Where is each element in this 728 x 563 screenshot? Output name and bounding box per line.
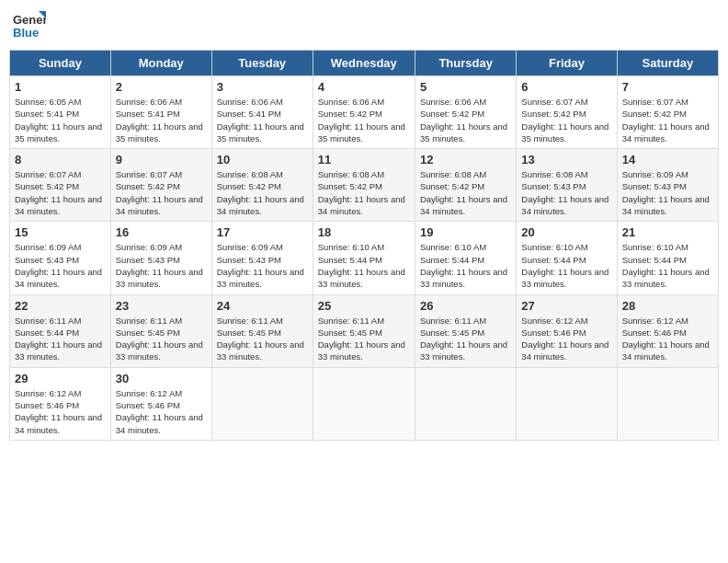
daylight-label: Daylight: 11 hours and 34 minutes. [15,194,102,216]
logo: General Blue [13,9,46,42]
calendar-cell: 20 Sunrise: 6:10 AM Sunset: 5:44 PM Dayl… [517,222,617,294]
calendar-cell: 9 Sunrise: 6:07 AM Sunset: 5:42 PM Dayli… [110,149,211,222]
sunrise-label: Sunrise: 6:08 AM [318,169,384,179]
day-info: Sunrise: 6:10 AM Sunset: 5:44 PM Dayligh… [521,241,611,290]
sunset-label: Sunset: 5:43 PM [217,255,281,265]
calendar-week-4: 22 Sunrise: 6:11 AM Sunset: 5:44 PM Dayl… [10,294,719,367]
sunrise-label: Sunrise: 6:10 AM [318,242,384,252]
calendar-week-1: 1 Sunrise: 6:05 AM Sunset: 5:41 PM Dayli… [10,76,719,149]
calendar-header-sunday: Sunday [10,51,111,76]
calendar-cell [415,367,516,440]
day-number: 4 [318,80,410,94]
day-number: 12 [420,153,511,167]
sunset-label: Sunset: 5:45 PM [217,327,281,338]
day-number: 28 [622,299,713,313]
calendar-week-2: 8 Sunrise: 6:07 AM Sunset: 5:42 PM Dayli… [10,149,719,222]
day-number: 6 [521,80,611,94]
calendar-table: SundayMondayTuesdayWednesdayThursdayFrid… [9,50,719,441]
daylight-label: Daylight: 11 hours and 34 minutes. [622,194,710,216]
day-number: 7 [622,80,713,94]
day-number: 1 [15,80,106,94]
sunset-label: Sunset: 5:42 PM [116,181,180,191]
daylight-label: Daylight: 11 hours and 33 minutes. [318,339,405,362]
sunrise-label: Sunrise: 6:08 AM [521,169,587,179]
day-number: 16 [116,225,207,239]
day-info: Sunrise: 6:10 AM Sunset: 5:44 PM Dayligh… [420,241,511,290]
sunrise-label: Sunrise: 6:11 AM [318,316,384,326]
sunrise-label: Sunrise: 6:10 AM [521,242,587,252]
sunset-label: Sunset: 5:41 PM [217,109,281,119]
day-number: 27 [521,299,611,313]
svg-text:General: General [13,13,46,27]
day-info: Sunrise: 6:11 AM Sunset: 5:44 PM Dayligh… [15,315,106,363]
day-info: Sunrise: 6:11 AM Sunset: 5:45 PM Dayligh… [217,315,308,363]
day-info: Sunrise: 6:06 AM Sunset: 5:42 PM Dayligh… [318,96,410,144]
day-info: Sunrise: 6:11 AM Sunset: 5:45 PM Dayligh… [420,315,511,363]
calendar-cell: 15 Sunrise: 6:09 AM Sunset: 5:43 PM Dayl… [10,222,111,294]
daylight-label: Daylight: 11 hours and 34 minutes. [116,194,203,216]
day-info: Sunrise: 6:11 AM Sunset: 5:45 PM Dayligh… [116,315,207,363]
sunset-label: Sunset: 5:43 PM [116,255,180,265]
sunrise-label: Sunrise: 6:07 AM [622,97,688,107]
day-number: 13 [521,153,611,167]
calendar-cell: 14 Sunrise: 6:09 AM Sunset: 5:43 PM Dayl… [617,149,718,222]
sunrise-label: Sunrise: 6:06 AM [318,97,384,107]
sunset-label: Sunset: 5:42 PM [318,109,382,119]
sunset-label: Sunset: 5:45 PM [318,327,382,338]
sunset-label: Sunset: 5:46 PM [15,400,79,410]
calendar-cell: 25 Sunrise: 6:11 AM Sunset: 5:45 PM Dayl… [313,294,415,367]
calendar-cell: 24 Sunrise: 6:11 AM Sunset: 5:45 PM Dayl… [211,294,313,367]
sunrise-label: Sunrise: 6:09 AM [116,242,182,252]
sunrise-label: Sunrise: 6:09 AM [217,242,283,252]
sunrise-label: Sunrise: 6:11 AM [420,316,486,326]
day-number: 25 [318,299,410,313]
daylight-label: Daylight: 11 hours and 34 minutes. [217,194,304,216]
day-number: 8 [15,153,106,167]
day-info: Sunrise: 6:09 AM Sunset: 5:43 PM Dayligh… [622,168,713,217]
sunset-label: Sunset: 5:42 PM [318,181,382,191]
day-info: Sunrise: 6:09 AM Sunset: 5:43 PM Dayligh… [217,241,308,290]
sunset-label: Sunset: 5:42 PM [521,109,586,119]
calendar-header-saturday: Saturday [617,51,718,76]
daylight-label: Daylight: 11 hours and 33 minutes. [318,267,405,289]
day-number: 10 [217,153,308,167]
day-number: 29 [15,372,106,385]
svg-text:Blue: Blue [13,26,39,40]
calendar-header-wednesday: Wednesday [313,51,415,76]
sunset-label: Sunset: 5:45 PM [116,327,180,338]
sunset-label: Sunset: 5:45 PM [420,327,484,338]
calendar-cell [313,367,415,440]
calendar-header-tuesday: Tuesday [211,51,313,76]
daylight-label: Daylight: 11 hours and 33 minutes. [217,339,304,362]
calendar-cell [517,367,617,440]
sunrise-label: Sunrise: 6:07 AM [116,169,182,179]
daylight-label: Daylight: 11 hours and 34 minutes. [318,194,405,216]
sunrise-label: Sunrise: 6:05 AM [15,97,81,107]
daylight-label: Daylight: 11 hours and 33 minutes. [420,267,507,289]
sunrise-label: Sunrise: 6:11 AM [116,316,182,326]
sunset-label: Sunset: 5:42 PM [420,109,484,119]
sunrise-label: Sunrise: 6:07 AM [521,97,587,107]
daylight-label: Daylight: 11 hours and 35 minutes. [116,121,203,144]
sunrise-label: Sunrise: 6:12 AM [15,388,81,398]
sunset-label: Sunset: 5:42 PM [420,181,484,191]
day-number: 23 [116,299,207,313]
daylight-label: Daylight: 11 hours and 34 minutes. [622,339,710,362]
day-number: 18 [318,225,410,239]
daylight-label: Daylight: 11 hours and 33 minutes. [622,267,710,289]
daylight-label: Daylight: 11 hours and 33 minutes. [116,267,203,289]
sunrise-label: Sunrise: 6:12 AM [521,316,587,326]
calendar-cell: 27 Sunrise: 6:12 AM Sunset: 5:46 PM Dayl… [517,294,617,367]
calendar-cell: 11 Sunrise: 6:08 AM Sunset: 5:42 PM Dayl… [313,149,415,222]
calendar-cell: 28 Sunrise: 6:12 AM Sunset: 5:46 PM Dayl… [617,294,718,367]
sunset-label: Sunset: 5:44 PM [318,255,382,265]
day-number: 17 [217,225,308,239]
day-info: Sunrise: 6:11 AM Sunset: 5:45 PM Dayligh… [318,315,410,363]
daylight-label: Daylight: 11 hours and 35 minutes. [318,121,405,144]
day-info: Sunrise: 6:09 AM Sunset: 5:43 PM Dayligh… [116,241,207,290]
sunrise-label: Sunrise: 6:12 AM [622,316,688,326]
sunset-label: Sunset: 5:42 PM [217,181,281,191]
calendar-cell: 3 Sunrise: 6:06 AM Sunset: 5:41 PM Dayli… [211,76,313,149]
daylight-label: Daylight: 11 hours and 35 minutes. [15,121,102,144]
calendar-cell: 7 Sunrise: 6:07 AM Sunset: 5:42 PM Dayli… [617,76,718,149]
